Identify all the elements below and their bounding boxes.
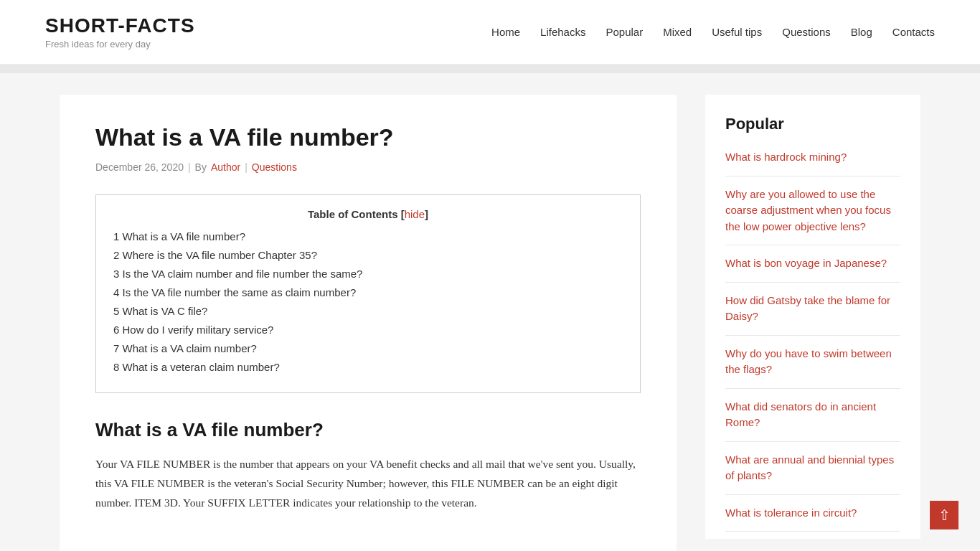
site-logo-link[interactable]: SHORT-FACTS — [45, 14, 195, 37]
nav-mixed[interactable]: Mixed — [663, 26, 692, 38]
main-content: What is a VA file number? December 26, 2… — [60, 95, 677, 551]
toc-num-1: 1 — [113, 230, 123, 242]
popular-widget: Popular What is hardrock mining? Why are… — [705, 95, 920, 539]
popular-link-8[interactable]: What is tolerance in circuit? — [725, 507, 857, 519]
widget-title: Popular — [725, 115, 900, 133]
toc-link-4[interactable]: 4 Is the VA file number the same as clai… — [113, 286, 356, 298]
popular-link-1[interactable]: What is hardrock mining? — [725, 151, 847, 163]
content-wrapper: What is a VA file number? December 26, 2… — [45, 95, 935, 551]
toc-num-3: 3 — [113, 268, 123, 280]
toc-num-7: 7 — [113, 342, 123, 354]
popular-link-7[interactable]: What are annual and biennial types of pl… — [725, 453, 894, 482]
toc-list: 1 What is a VA file number? 2 Where is t… — [113, 230, 623, 374]
popular-list: What is hardrock mining? Why are you all… — [725, 149, 900, 532]
popular-item-1: What is hardrock mining? — [725, 149, 900, 176]
popular-item-8: What is tolerance in circuit? — [725, 495, 900, 532]
popular-item-7: What are annual and biennial types of pl… — [725, 442, 900, 495]
toc-num-2: 2 — [113, 249, 123, 261]
article-category-link[interactable]: Questions — [252, 161, 297, 173]
nav-lifehacks[interactable]: Lifehacks — [540, 26, 585, 38]
nav-popular[interactable]: Popular — [606, 26, 643, 38]
toc-label: Table of Contents — [308, 208, 398, 220]
toc-header: Table of Contents [hide] — [113, 208, 623, 220]
popular-link-2[interactable]: Why are you allowed to use the coarse ad… — [725, 188, 891, 232]
toc-item-1: 1 What is a VA file number? — [113, 230, 623, 243]
toc-link-7[interactable]: 7 What is a VA claim number? — [113, 342, 257, 354]
scroll-to-top-button[interactable]: ⇧ — [930, 501, 958, 529]
toc-item-4: 4 Is the VA file number the same as clai… — [113, 286, 623, 299]
article-body: Your VA FILE NUMBER is the number that a… — [95, 454, 641, 512]
site-header: SHORT-FACTS Fresh ideas for every day Ho… — [0, 0, 980, 65]
site-tagline: Fresh ideas for every day — [45, 39, 195, 50]
toc-num-4: 4 — [113, 286, 123, 298]
sidebar: Popular What is hardrock mining? Why are… — [705, 95, 920, 551]
popular-item-2: Why are you allowed to use the coarse ad… — [725, 176, 900, 246]
toc-item-5: 5 What is VA C file? — [113, 305, 623, 318]
popular-item-5: Why do you have to swim between the flag… — [725, 336, 900, 389]
nav-useful-tips[interactable]: Useful tips — [712, 26, 762, 38]
toc-hide-link[interactable]: hide — [405, 208, 425, 220]
nav-contacts[interactable]: Contacts — [892, 26, 935, 38]
toc-link-5[interactable]: 5 What is VA C file? — [113, 305, 207, 317]
popular-item-6: What did senators do in ancient Rome? — [725, 389, 900, 442]
toc-link-2[interactable]: 2 Where is the VA file number Chapter 35… — [113, 249, 317, 261]
popular-link-3[interactable]: What is bon voyage in Japanese? — [725, 257, 887, 269]
article-meta: December 26, 2020 | By Author | Question… — [95, 161, 641, 173]
popular-item-3: What is bon voyage in Japanese? — [725, 245, 900, 283]
toc-link-3[interactable]: 3 Is the VA claim number and file number… — [113, 268, 362, 280]
toc-item-6: 6 How do I verify military service? — [113, 324, 623, 336]
toc-item-3: 3 Is the VA claim number and file number… — [113, 268, 623, 281]
section1-title: What is a VA file number? — [95, 419, 641, 441]
article-title: What is a VA file number? — [95, 123, 641, 151]
toc-item-8: 8 What is a veteran claim number? — [113, 361, 623, 374]
site-title: SHORT-FACTS — [45, 14, 195, 37]
meta-by: By — [195, 161, 207, 173]
toc-link-6[interactable]: 6 How do I verify military service? — [113, 324, 273, 336]
nav-home[interactable]: Home — [491, 26, 520, 38]
nav-questions[interactable]: Questions — [782, 26, 831, 38]
toc-item-7: 7 What is a VA claim number? — [113, 342, 623, 355]
toc-num-5: 5 — [113, 305, 123, 317]
toc-item-2: 2 Where is the VA file number Chapter 35… — [113, 249, 623, 262]
toc-link-1[interactable]: 1 What is a VA file number? — [113, 230, 245, 242]
top-bar-divider — [0, 65, 980, 73]
brand-block: SHORT-FACTS Fresh ideas for every day — [45, 14, 195, 50]
toc-num-8: 8 — [113, 361, 123, 373]
popular-link-5[interactable]: Why do you have to swim between the flag… — [725, 347, 892, 376]
main-nav: Home Lifehacks Popular Mixed Useful tips… — [491, 26, 935, 38]
popular-link-6[interactable]: What did senators do in ancient Rome? — [725, 400, 876, 429]
meta-sep2: | — [245, 161, 248, 173]
popular-item-4: How did Gatsby take the blame for Daisy? — [725, 283, 900, 336]
table-of-contents: Table of Contents [hide] 1 What is a VA … — [95, 194, 641, 393]
meta-sep1: | — [188, 161, 191, 173]
popular-link-4[interactable]: How did Gatsby take the blame for Daisy? — [725, 294, 890, 323]
toc-num-6: 6 — [113, 324, 123, 336]
toc-link-8[interactable]: 8 What is a veteran claim number? — [113, 361, 280, 373]
article-date: December 26, 2020 — [95, 161, 184, 173]
body-paragraph-1: Your VA FILE NUMBER is the number that a… — [95, 454, 641, 512]
article-author-link[interactable]: Author — [211, 161, 240, 173]
nav-blog[interactable]: Blog — [851, 26, 872, 38]
